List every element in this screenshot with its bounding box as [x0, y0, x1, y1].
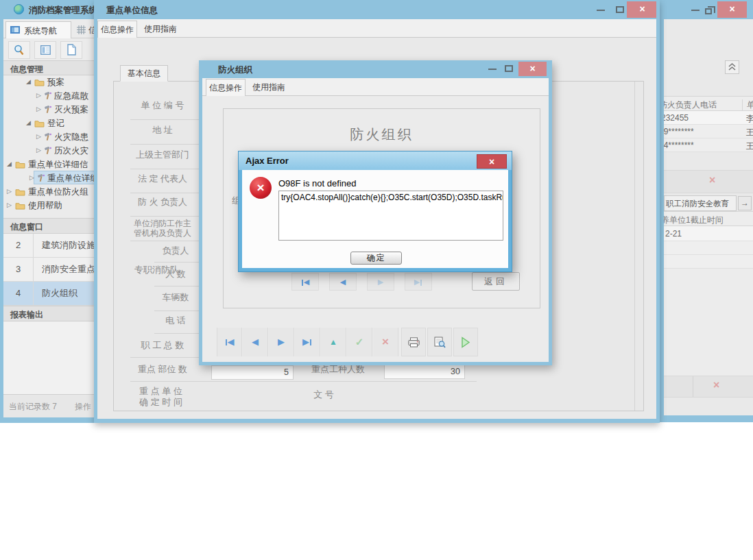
tab-scroll-right-button[interactable]: →: [738, 196, 752, 210]
column-header-unit: 单位: [742, 99, 753, 111]
info-row-fire-org[interactable]: 4 防火组织: [3, 282, 98, 306]
toolbar-next-button[interactable]: ▶: [269, 328, 294, 356]
tool-icon: [43, 105, 52, 114]
section-info-manage[interactable]: 信息管理: [3, 60, 98, 75]
toolbar-document-button[interactable]: [60, 41, 82, 59]
info-row-fire-safety-key[interactable]: 3 消防安全重点: [3, 258, 98, 282]
right-minimize-button[interactable]: [691, 10, 700, 11]
fire-org-maximize-button[interactable]: [505, 65, 513, 72]
keyunit-window-title: 重点单位信息: [106, 5, 158, 16]
fire-org-close-button[interactable]: ×: [518, 62, 547, 76]
right-restore-button[interactable]: [705, 8, 712, 14]
tree-item-keyunit-fire-org[interactable]: ▷ 重点单位防火组: [3, 185, 98, 198]
section-info-window[interactable]: 信息窗口: [3, 218, 98, 234]
right-arrow-icon: →: [741, 198, 749, 208]
back-button[interactable]: 返回: [472, 272, 520, 291]
tree-expand-icon[interactable]: ◢: [26, 77, 31, 86]
tab-label: 系统导航: [24, 25, 57, 37]
toolbar-cancel-button[interactable]: ×: [373, 328, 398, 356]
toolbar-last-button[interactable]: ▶: [295, 328, 320, 356]
section-report-output[interactable]: 报表输出: [3, 306, 98, 321]
tree-collapse-icon[interactable]: ▷: [29, 173, 34, 182]
tree-collapse-icon[interactable]: ▷: [7, 187, 12, 195]
main-window-title: 消防档案管理系统(非: [29, 5, 98, 16]
tree-label: 重点单位防火组: [28, 186, 88, 198]
app-logo-icon: [14, 4, 24, 14]
table-row[interactable]: 2-21: [664, 226, 753, 241]
label-dept-line2: 管机构及负责人: [125, 228, 200, 239]
collapse-panel-button[interactable]: [725, 60, 739, 74]
menu-info-operations[interactable]: 信息操作: [97, 21, 137, 38]
toolbar-edit-button[interactable]: ▲: [321, 328, 346, 356]
toolbar-print-button[interactable]: [401, 328, 426, 356]
tree-collapse-icon[interactable]: ▷: [36, 105, 41, 113]
toolbar-form-button[interactable]: [34, 41, 56, 59]
tree-item-keyunit-detail-folder[interactable]: ◢ 重点单位详细信: [3, 158, 98, 171]
tree-item-fire-hazard[interactable]: ▷ 火灾隐患: [3, 130, 98, 143]
tree-collapse-icon[interactable]: ▷: [36, 91, 41, 99]
record-last-button[interactable]: ▶: [405, 273, 432, 291]
name-cell: 李: [746, 113, 753, 125]
tree-label: 预案: [47, 77, 64, 88]
record-next-button[interactable]: ▶: [367, 273, 394, 291]
last-record-icon: ▶: [302, 337, 312, 347]
table-row-empty: [664, 241, 753, 255]
toolbar-first-button[interactable]: ◀: [217, 328, 242, 356]
menu-info-operations[interactable]: 信息操作: [206, 79, 246, 96]
ajax-error-dialog: Ajax Error × × O98F is not defined try{O…: [238, 151, 512, 272]
ajax-close-button[interactable]: ×: [477, 154, 507, 169]
tree-item-past-fires[interactable]: ▷ 历次火灾: [3, 144, 98, 157]
keyunit-maximize-button[interactable]: [616, 6, 624, 13]
delete-icon[interactable]: ×: [709, 174, 715, 186]
tree-collapse-icon[interactable]: ▷: [36, 132, 41, 141]
error-x-glyph: ×: [256, 180, 264, 195]
table-row-empty: [664, 255, 753, 269]
keyunit-minimize-button[interactable]: [597, 10, 605, 11]
fire-org-minimize-button[interactable]: [488, 69, 497, 70]
panel-divider: [634, 82, 635, 411]
keyunit-titlebar[interactable]: [94, 0, 660, 19]
delete-icon[interactable]: ×: [713, 379, 719, 391]
error-detail-textarea[interactable]: try{OAC4.stopAll()}catch(e){};O35C.start…: [278, 191, 503, 241]
label-key-parts: 重点 部位 数: [125, 363, 200, 376]
right-close-button[interactable]: ×: [717, 1, 747, 18]
tree-item-plans[interactable]: ◢ 预案: [3, 75, 98, 88]
folder-icon: [15, 202, 25, 210]
toolbar-search-button[interactable]: [8, 41, 30, 59]
tree-item-registration[interactable]: ◢ 登记: [3, 117, 98, 130]
fire-org-title: 防火组织: [218, 64, 252, 76]
tab-basic-info[interactable]: 基本信息: [120, 65, 168, 82]
toolbar-confirm-button[interactable]: ✓: [347, 328, 372, 356]
error-message: O98F is not defined: [278, 178, 356, 188]
tree-expand-icon[interactable]: ◢: [26, 119, 31, 127]
ok-button[interactable]: 确定: [350, 252, 402, 265]
info-row-building-facilities[interactable]: 2 建筑消防设施: [3, 234, 98, 258]
table-row[interactable]: 34******** 王: [664, 138, 753, 152]
tab-system-nav[interactable]: 系统导航: [5, 21, 71, 38]
keyunit-close-button[interactable]: ×: [627, 1, 658, 18]
tree-item-emergency-evacuation[interactable]: ▷ 应急疏散: [3, 89, 98, 102]
record-prev-button[interactable]: ◀: [329, 273, 357, 291]
key-workers-input[interactable]: 30: [384, 365, 465, 379]
tree-collapse-icon[interactable]: ▷: [7, 201, 12, 209]
label-phone: 电 话: [152, 315, 199, 327]
form-icon: [40, 45, 51, 55]
menu-user-guide[interactable]: 使用指南: [249, 79, 289, 96]
tree-collapse-icon[interactable]: ▷: [36, 146, 41, 154]
tree-item-help[interactable]: ▷ 使用帮助: [3, 199, 98, 212]
key-parts-input[interactable]: 5: [211, 365, 294, 380]
toolbar-prev-button[interactable]: ◀: [243, 328, 268, 356]
tab-staff-fire-safety-education[interactable]: 职工消防安全教育: [664, 195, 737, 211]
window-border: [0, 417, 98, 423]
tree-item-keyunit-detail-selected[interactable]: ▷ 重点单位详细: [3, 171, 98, 184]
table-row[interactable]: 232455 李: [664, 111, 753, 125]
fire-org-heading: 防火组织: [223, 125, 540, 144]
record-first-button[interactable]: ◀: [291, 273, 319, 291]
table-row[interactable]: 39******** 王: [664, 125, 753, 138]
window-border: [660, 415, 753, 422]
tree-item-fire-extinguish-plan[interactable]: ▷ 灭火预案: [3, 103, 98, 116]
tree-expand-icon[interactable]: ◢: [7, 160, 12, 168]
toolbar-preview-button[interactable]: [427, 328, 452, 356]
menu-user-guide[interactable]: 使用指南: [141, 21, 180, 38]
toolbar-run-button[interactable]: [453, 328, 478, 356]
